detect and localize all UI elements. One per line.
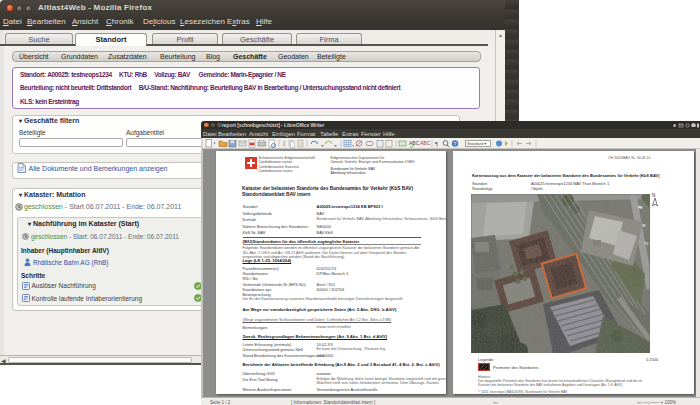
svg-text:ABC: ABC (409, 140, 420, 146)
svg-text:?: ? (454, 141, 457, 147)
svg-text:¶: ¶ (435, 140, 438, 147)
svg-text:ABC: ABC (420, 140, 431, 146)
